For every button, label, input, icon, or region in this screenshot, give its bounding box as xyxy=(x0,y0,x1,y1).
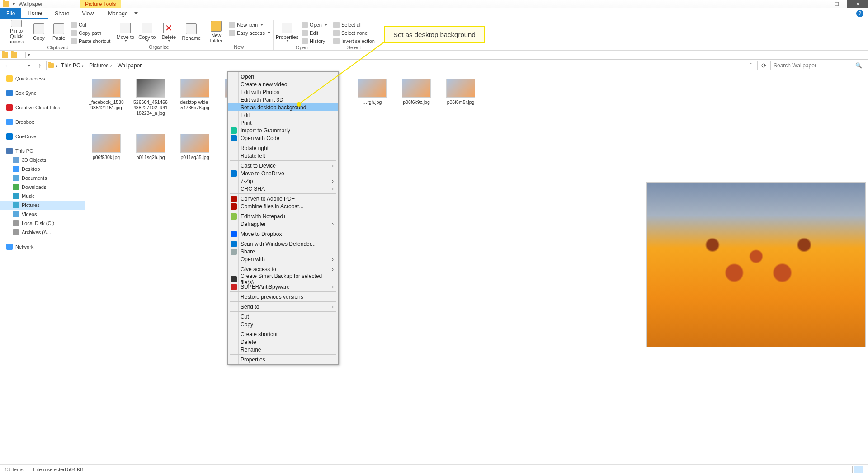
close-button[interactable]: ✕ xyxy=(847,0,868,8)
picture-tools-tab[interactable]: Picture Tools xyxy=(80,0,121,8)
breadcrumb-this-pc[interactable]: This PC xyxy=(59,62,85,69)
cm-combine-acrobat[interactable]: Combine files in Acrobat... xyxy=(228,202,338,210)
cm-open-with[interactable]: Open with xyxy=(228,255,338,263)
cm-edit-paint3d[interactable]: Edit with Paint 3D xyxy=(228,96,338,103)
copy-path-button[interactable]: Copy path xyxy=(71,29,110,37)
cm-rename[interactable]: Rename xyxy=(228,346,338,353)
file-item[interactable]: p06f930k.jpg xyxy=(89,134,124,169)
nav-dropbox[interactable]: Dropbox xyxy=(0,117,85,127)
nav-onedrive[interactable]: OneDrive xyxy=(0,132,85,141)
nav-documents[interactable]: Documents xyxy=(0,174,85,183)
details-view-button[interactable] xyxy=(843,466,853,473)
content-area[interactable]: _facebook_1538935421151.jpg 526604_45146… xyxy=(85,71,644,457)
cm-move-dropbox[interactable]: Move to Dropbox xyxy=(228,230,338,238)
cm-edit-notepad[interactable]: Edit with Notepad++ xyxy=(228,212,338,220)
delete-button[interactable]: ✕Delete xyxy=(160,20,178,44)
search-box[interactable]: 🔍 xyxy=(770,61,865,70)
file-item[interactable]: _facebook_1538935421151.jpg xyxy=(89,79,124,116)
search-input[interactable] xyxy=(774,62,862,69)
invert-selection-button[interactable]: Invert selection xyxy=(333,37,375,45)
easy-access-button[interactable]: Easy access xyxy=(229,29,270,37)
file-item[interactable]: desktop-wide-54786b78.jpg xyxy=(177,79,212,116)
cm-edit-photos[interactable]: Edit with Photos xyxy=(228,88,338,96)
cm-open[interactable]: Open xyxy=(228,73,338,80)
file-item[interactable]: …rgh.jpg xyxy=(354,79,390,116)
paste-button[interactable]: Paste xyxy=(51,20,67,44)
nav-local-disk[interactable]: Local Disk (C:) xyxy=(0,219,85,228)
paste-shortcut-button[interactable]: Paste shortcut xyxy=(71,37,110,45)
nav-3d-objects[interactable]: 3D Objects xyxy=(0,155,85,164)
cm-scan-defender[interactable]: Scan with Windows Defender... xyxy=(228,240,338,248)
file-item[interactable]: p011sq2h.jpg xyxy=(133,134,168,169)
nav-archives[interactable]: Archives (\\… xyxy=(0,228,85,237)
file-tab[interactable]: File xyxy=(0,8,21,19)
home-tab[interactable]: Home xyxy=(21,8,48,19)
cm-rotate-left[interactable]: Rotate left xyxy=(228,152,338,160)
cm-cast-to-device[interactable]: Cast to Device xyxy=(228,162,338,169)
up-button[interactable]: ↑ xyxy=(35,61,44,70)
rename-button[interactable]: Rename xyxy=(181,20,201,44)
cm-open-code[interactable]: Open with Code xyxy=(228,134,338,142)
manage-tab[interactable]: Manage xyxy=(102,8,134,19)
cm-superanti[interactable]: SUPERAntiSpyware xyxy=(228,283,338,291)
cm-import-grammarly[interactable]: Import to Grammarly xyxy=(228,127,338,134)
cm-create-shortcut[interactable]: Create shortcut xyxy=(228,330,338,338)
cm-give-access[interactable]: Give access to xyxy=(228,265,338,273)
copy-to-button[interactable]: Copy to xyxy=(138,20,156,44)
maximize-button[interactable]: ☐ xyxy=(826,0,847,8)
cm-edit[interactable]: Edit xyxy=(228,111,338,119)
pin-quick-access-button[interactable]: Pin to Quick access xyxy=(5,20,27,44)
nav-pictures[interactable]: Pictures xyxy=(0,201,85,210)
address-bar[interactable]: › This PC Pictures Wallpaper ˅ xyxy=(46,61,758,70)
nav-network[interactable]: Network xyxy=(0,242,85,251)
cm-send-to[interactable]: Send to xyxy=(228,303,338,310)
help-icon[interactable]: ? xyxy=(856,10,863,17)
share-tab[interactable]: Share xyxy=(48,8,75,19)
cm-7zip[interactable]: 7-Zip xyxy=(228,177,338,185)
cm-smart-backup[interactable]: Create Smart Backup for selected file(s) xyxy=(228,275,338,283)
caret-icon[interactable] xyxy=(28,54,30,56)
select-none-button[interactable]: Select none xyxy=(333,29,375,37)
nav-music[interactable]: Music xyxy=(0,192,85,201)
history-button[interactable]: History xyxy=(302,37,327,45)
ribbon-collapse-caret-icon[interactable] xyxy=(134,12,138,14)
breadcrumb-wallpaper[interactable]: Wallpaper xyxy=(116,62,144,69)
back-button[interactable]: ← xyxy=(3,61,12,70)
cm-properties[interactable]: Properties xyxy=(228,356,338,363)
nav-downloads[interactable]: Downloads xyxy=(0,183,85,192)
nav-this-pc[interactable]: This PC xyxy=(0,146,85,155)
thumbnails-view-button[interactable] xyxy=(854,466,863,473)
refresh-button[interactable]: ⟳ xyxy=(760,61,769,70)
cm-print[interactable]: Print xyxy=(228,119,338,127)
breadcrumb-pictures[interactable]: Pictures xyxy=(87,62,114,69)
cm-copy[interactable]: Copy xyxy=(228,320,338,328)
copy-button[interactable]: Copy xyxy=(31,20,47,44)
nav-desktop[interactable]: Desktop xyxy=(0,164,85,174)
nav-quick-access[interactable]: Quick access xyxy=(0,74,85,83)
view-tab[interactable]: View xyxy=(75,8,100,19)
edit-button[interactable]: Edit xyxy=(302,29,327,37)
cm-restore-versions[interactable]: Restore previous versions xyxy=(228,293,338,300)
forward-button[interactable]: → xyxy=(14,61,23,70)
cm-delete[interactable]: Delete xyxy=(228,338,338,346)
cut-button[interactable]: Cut xyxy=(71,21,110,28)
new-item-button[interactable]: New item xyxy=(229,21,270,28)
move-to-button[interactable]: Move to xyxy=(116,20,134,44)
file-item[interactable]: p06f6m5r.jpg xyxy=(443,79,478,116)
address-dropdown[interactable]: ˅ xyxy=(746,62,755,69)
nav-box-sync[interactable]: Box Sync xyxy=(0,89,85,98)
new-folder-button[interactable]: New folder xyxy=(207,20,225,44)
cm-cut[interactable]: Cut xyxy=(228,313,338,320)
open-button[interactable]: Open xyxy=(302,21,327,28)
cm-rotate-right[interactable]: Rotate right xyxy=(228,144,338,152)
cm-convert-pdf[interactable]: Convert to Adobe PDF xyxy=(228,195,338,202)
properties-button[interactable]: Properties xyxy=(276,20,298,44)
cm-crc-sha[interactable]: CRC SHA xyxy=(228,185,338,192)
cm-defraggler[interactable]: Defraggler xyxy=(228,220,338,228)
file-item[interactable]: p011sq35.jpg xyxy=(177,134,212,169)
select-all-button[interactable]: Select all xyxy=(333,21,375,28)
cm-share[interactable]: Share xyxy=(228,248,338,255)
file-item[interactable]: 526604_451466488227102_941182234_n.jpg xyxy=(133,79,168,116)
cm-set-desktop-background[interactable]: Set as desktop background xyxy=(228,103,338,111)
cm-move-onedrive[interactable]: Move to OneDrive xyxy=(228,169,338,177)
